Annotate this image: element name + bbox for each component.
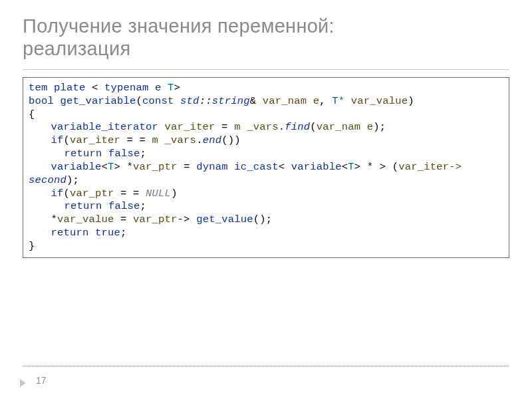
code-line-6: return false; [29, 148, 503, 161]
code-line-3: { [29, 108, 503, 122]
page-number: 17 [36, 375, 47, 386]
code-line-2: bool get_variable(const std::string& var… [29, 95, 503, 108]
code-line-5: if(var_iter = = m _vars.end()) [29, 134, 503, 148]
title-line-1: Получение значения переменной: [23, 15, 334, 37]
code-block: tem plate < typenam e T> bool get_variab… [23, 77, 509, 258]
title-line-2: реализация [23, 38, 130, 59]
code-line-9: return false; [29, 200, 503, 213]
code-line-8: if(var_ptr = = NULL) [29, 188, 503, 201]
slide-title: Получение значения переменной: реализаци… [23, 15, 509, 60]
footer-divider [23, 365, 509, 367]
code-line-10: *var_value = var_ptr-> get_value(); [29, 213, 503, 227]
title-underline [23, 69, 509, 70]
code-line-11: return true; [29, 227, 503, 240]
code-line-12: } [29, 240, 503, 253]
code-line-7: variable<T> *var_ptr = dynam ic_cast< va… [29, 161, 503, 174]
footer-arrow-icon [20, 379, 26, 387]
code-line-4: variable_iterator var_iter = m _vars.fin… [29, 121, 503, 134]
code-line-7b: second); [29, 174, 503, 188]
code-line-1: tem plate < typenam e T> [29, 82, 503, 95]
